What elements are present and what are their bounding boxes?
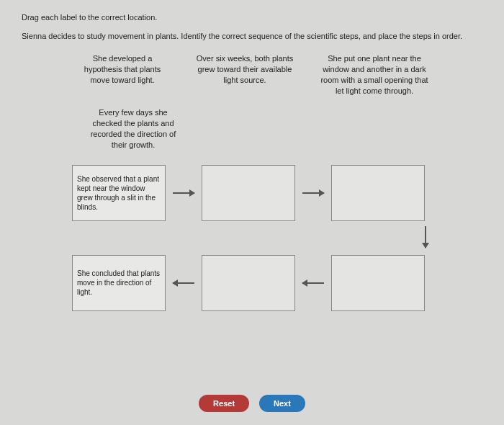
- arrow-icon: [302, 192, 324, 194]
- next-button[interactable]: Next: [259, 395, 305, 412]
- drop-slot-3[interactable]: [331, 165, 425, 221]
- draggable-labels-row2: Every few days she checked the plants an…: [86, 107, 482, 150]
- drop-slot-1[interactable]: She observed that a plant kept near the …: [72, 165, 166, 221]
- drop-slot-6[interactable]: She concluded that plants move in the di…: [72, 255, 166, 311]
- prompt-text: Sienna decides to study movement in plan…: [22, 32, 482, 40]
- arrow-left-icon: [173, 282, 194, 284]
- arrow-left-icon: [302, 282, 324, 284]
- draggable-label-result[interactable]: Over six weeks, both plants grew toward …: [191, 53, 299, 96]
- arrow-down-icon: [425, 226, 426, 248]
- button-row: Reset Next: [0, 395, 504, 412]
- draggable-labels-row1: She developed a hypothesis that plants m…: [22, 53, 482, 96]
- drop-slot-5[interactable]: [202, 255, 295, 311]
- arrow-icon: [173, 192, 194, 194]
- drop-slot-2[interactable]: [202, 165, 295, 221]
- reset-button[interactable]: Reset: [199, 395, 249, 412]
- instruction-text: Drag each label to the correct location.: [22, 13, 482, 22]
- draggable-label-setup[interactable]: She put one plant near the window and an…: [320, 53, 428, 96]
- drop-slot-4[interactable]: [331, 255, 425, 311]
- flow-diagram: She observed that a plant kept near the …: [22, 165, 482, 345]
- draggable-label-record[interactable]: Every few days she checked the plants an…: [86, 107, 180, 150]
- draggable-label-hypothesis[interactable]: She developed a hypothesis that plants m…: [76, 53, 169, 96]
